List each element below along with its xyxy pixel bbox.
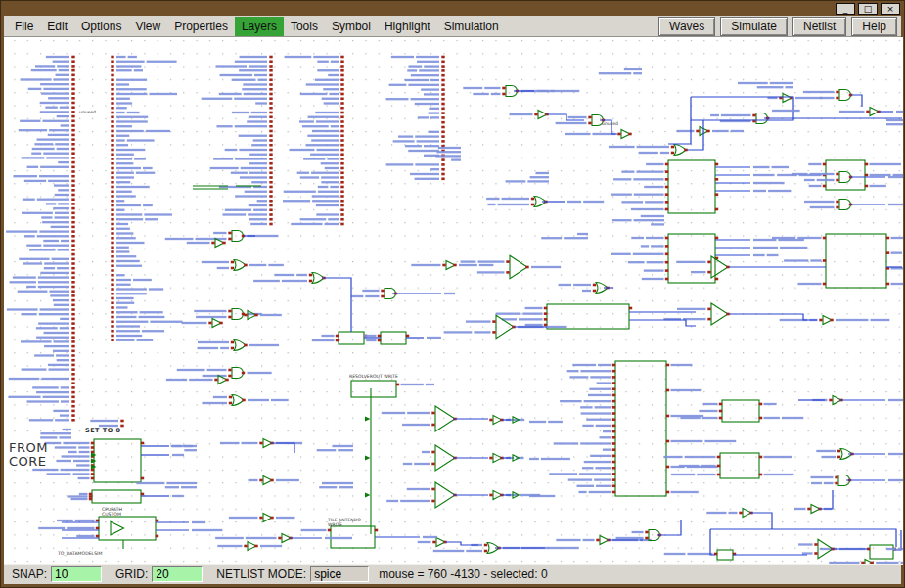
- net-label[interactable]: [245, 191, 267, 193]
- net-label[interactable]: [239, 149, 267, 151]
- pin[interactable]: [665, 278, 668, 281]
- net-label[interactable]: [611, 194, 632, 196]
- net-label[interactable]: [426, 384, 434, 385]
- pin[interactable]: [340, 204, 343, 207]
- net-label[interactable]: [56, 74, 69, 76]
- net-label[interactable]: [319, 486, 337, 488]
- net-label[interactable]: [50, 294, 69, 296]
- net-label[interactable]: [611, 253, 631, 255]
- net-label[interactable]: [202, 98, 233, 100]
- net-label[interactable]: [116, 255, 136, 257]
- pin[interactable]: [269, 181, 272, 184]
- pin[interactable]: [489, 457, 492, 460]
- pin[interactable]: [269, 74, 272, 77]
- net-label[interactable]: [767, 254, 779, 256]
- net-label[interactable]: [43, 396, 69, 398]
- net-label[interactable]: [583, 539, 595, 541]
- menu-item-symbol[interactable]: Symbol: [325, 17, 378, 36]
- net-label[interactable]: [207, 369, 227, 371]
- pin[interactable]: [71, 143, 74, 146]
- net-label[interactable]: [580, 406, 592, 408]
- pin[interactable]: [666, 389, 669, 392]
- net-label[interactable]: [599, 436, 611, 438]
- net-label[interactable]: [235, 158, 267, 159]
- net-label[interactable]: [73, 473, 90, 475]
- net-label[interactable]: [568, 478, 592, 480]
- pin[interactable]: [823, 185, 826, 188]
- net-label[interactable]: [21, 340, 52, 342]
- netlist-mode-input[interactable]: [310, 566, 369, 582]
- pin[interactable]: [593, 290, 596, 293]
- pin[interactable]: [830, 319, 833, 322]
- net-label[interactable]: [149, 93, 177, 95]
- pin[interactable]: [242, 372, 245, 375]
- net-label[interactable]: [366, 339, 376, 341]
- pin[interactable]: [71, 212, 74, 215]
- pin[interactable]: [111, 134, 113, 137]
- net-label[interactable]: [644, 186, 663, 188]
- pin[interactable]: [71, 386, 74, 389]
- net-label[interactable]: [274, 274, 294, 276]
- net-label[interactable]: [251, 144, 267, 146]
- pin[interactable]: [396, 384, 399, 386]
- net-label[interactable]: [778, 239, 804, 241]
- pin[interactable]: [71, 350, 74, 353]
- pin[interactable]: [71, 65, 74, 68]
- net-label[interactable]: [491, 93, 501, 95]
- net-label[interactable]: [35, 65, 55, 67]
- label-cluster[interactable]: [529, 421, 563, 423]
- net-label[interactable]: [68, 495, 88, 497]
- net-label[interactable]: [417, 140, 439, 142]
- pin[interactable]: [71, 69, 74, 72]
- net-label[interactable]: [61, 386, 69, 388]
- pin[interactable]: [242, 399, 245, 402]
- pin[interactable]: [111, 83, 113, 86]
- net-label[interactable]: [136, 482, 164, 484]
- net-label[interactable]: [703, 403, 718, 405]
- net-label[interactable]: [598, 364, 611, 366]
- annotation-text[interactable]: unused: [79, 110, 96, 114]
- pin[interactable]: [222, 242, 225, 245]
- net-label[interactable]: [408, 150, 439, 152]
- pin[interactable]: [270, 479, 273, 482]
- pin[interactable]: [340, 195, 343, 198]
- net-label[interactable]: [177, 369, 205, 371]
- net-label[interactable]: [48, 364, 69, 366]
- net-label[interactable]: [53, 410, 69, 412]
- pin[interactable]: [111, 301, 113, 304]
- net-label[interactable]: [530, 176, 549, 178]
- pin[interactable]: [441, 116, 444, 119]
- net-label[interactable]: [597, 382, 611, 384]
- net-label[interactable]: [398, 135, 413, 137]
- net-label[interactable]: [235, 61, 267, 63]
- net-label[interactable]: [581, 412, 611, 414]
- net-label[interactable]: [38, 527, 65, 529]
- menu-item-layers[interactable]: Layers: [235, 17, 284, 36]
- net-label[interactable]: [116, 250, 129, 252]
- pin[interactable]: [71, 97, 74, 100]
- net-label[interactable]: [312, 130, 339, 132]
- net-label[interactable]: [54, 184, 69, 186]
- net-label[interactable]: [249, 264, 266, 266]
- net-label[interactable]: [641, 245, 649, 247]
- net-label[interactable]: [312, 195, 339, 197]
- net-label[interactable]: [57, 148, 69, 150]
- annotation-text[interactable]: CORE: [9, 454, 47, 469]
- pin[interactable]: [406, 335, 409, 338]
- net-label[interactable]: [631, 208, 664, 210]
- net-label[interactable]: [306, 83, 339, 85]
- net-label[interactable]: [328, 218, 339, 220]
- pin[interactable]: [441, 173, 444, 176]
- menu-item-edit[interactable]: Edit: [40, 17, 74, 36]
- pin[interactable]: [120, 420, 123, 423]
- net-label[interactable]: [423, 536, 437, 538]
- pin[interactable]: [111, 274, 113, 277]
- pin[interactable]: [739, 512, 742, 515]
- net-label[interactable]: [43, 245, 69, 247]
- pin[interactable]: [111, 78, 113, 81]
- net-label[interactable]: [647, 261, 664, 263]
- net-label[interactable]: [54, 340, 69, 342]
- net-label[interactable]: [79, 451, 90, 453]
- pin[interactable]: [269, 125, 272, 128]
- net-label[interactable]: [198, 341, 229, 343]
